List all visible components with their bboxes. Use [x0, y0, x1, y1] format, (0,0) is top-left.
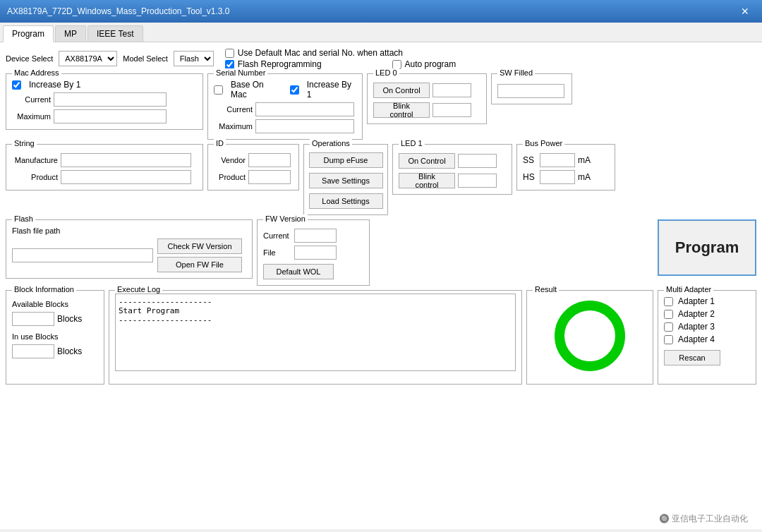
- execute-log-group: Execute Log -------------------- Start P…: [109, 290, 522, 385]
- led0-blink-control-button[interactable]: Blink control: [373, 102, 430, 118]
- string-product-input[interactable]: AX88179A: [61, 170, 191, 184]
- dump-efuse-button[interactable]: Dump eFuse: [309, 152, 383, 168]
- in-use-blocks-input[interactable]: [12, 344, 54, 358]
- string-manufacture-input[interactable]: ASIX: [61, 153, 191, 167]
- operations-group: Operations Dump eFuse Save Settings Load…: [303, 144, 388, 215]
- model-select[interactable]: Flash: [174, 51, 214, 66]
- program-button[interactable]: Program: [658, 219, 756, 276]
- id-title: ID: [214, 139, 226, 147]
- save-settings-button[interactable]: Save Settings: [309, 173, 383, 188]
- default-wol-button[interactable]: Default WOL: [263, 264, 334, 279]
- adapter1-checkbox[interactable]: [664, 297, 673, 306]
- mac-address-title: Mac Address: [12, 68, 61, 77]
- serial-maximum-input[interactable]: FFFFFFFFFFFFFF: [255, 119, 354, 133]
- result-title: Result: [533, 285, 559, 294]
- program-button-container: Program: [643, 219, 756, 276]
- tab-mp[interactable]: MP: [55, 25, 86, 42]
- available-blocks-row: Blocks: [12, 312, 98, 326]
- fw-file-row: File 1.0.6: [263, 246, 363, 260]
- execute-log-title: Execute Log: [115, 285, 162, 294]
- watermark: 🔘 亚信电子工业自动化: [659, 513, 748, 525]
- string-product-row: Product AX88179A: [12, 170, 197, 184]
- serial-number-title: Serial Number: [214, 68, 267, 77]
- flash-reprogramming-check[interactable]: Flash Reprogramming: [225, 59, 322, 69]
- auto-program-checkbox[interactable]: [392, 60, 401, 69]
- led1-group: LED 1 On Control 8000 Blink control 003F: [392, 144, 512, 195]
- fw-current-input[interactable]: 1.0.6: [294, 229, 337, 243]
- flash-group: Flash Flash file path E:\AX88179A_772D_W…: [6, 219, 253, 279]
- adapter2-checkbox[interactable]: [664, 310, 673, 319]
- adapter4-row: Adapter 4: [664, 334, 750, 344]
- mac-current-input[interactable]: 00 - 0E - C6 - 00 - 3A - 4A: [54, 92, 167, 107]
- auto-program-check[interactable]: Auto program: [392, 59, 456, 69]
- tab-ieee-test[interactable]: IEEE Test: [87, 25, 143, 42]
- flash-title: Flash: [12, 214, 35, 223]
- row-3: Flash Flash file path E:\AX88179A_772D_W…: [6, 219, 756, 286]
- tab-program[interactable]: Program: [3, 25, 54, 42]
- bottom-row: Block Information Available Blocks Block…: [6, 290, 756, 385]
- adapter2-row: Adapter 2: [664, 309, 750, 319]
- serial-increase-checkbox[interactable]: [290, 85, 299, 95]
- id-product-input[interactable]: 1790: [248, 170, 291, 184]
- string-title: String: [12, 139, 37, 147]
- bus-power-title: Bus Power: [523, 139, 564, 147]
- multi-adapter-group: Multi Adapter Adapter 1 Adapter 2 Adapte…: [658, 290, 756, 385]
- device-select[interactable]: AX88179A: [59, 51, 117, 66]
- fw-version-title: FW Version: [263, 214, 308, 223]
- bus-power-ss-input[interactable]: 184: [540, 153, 575, 167]
- led0-title: LED 0: [373, 68, 399, 77]
- close-button[interactable]: ✕: [735, 4, 755, 18]
- sw-filled-title: SW Filled: [497, 68, 535, 77]
- led0-on-control-button[interactable]: On Control: [373, 83, 430, 98]
- led1-blink-control-button[interactable]: Blink control: [399, 173, 455, 188]
- mac-increase-checkbox[interactable]: [12, 80, 21, 90]
- device-select-label: Device Select: [6, 54, 53, 63]
- bus-power-ss-row: SS 184 mA: [523, 153, 609, 167]
- flash-file-path-input[interactable]: E:\AX88179A_772D_Windows_Mass_Production…: [12, 248, 153, 262]
- bus-power-hs-input[interactable]: 100: [540, 170, 575, 184]
- adapter1-row: Adapter 1: [664, 296, 750, 306]
- led0-blink-control-input[interactable]: 0000: [433, 103, 471, 117]
- id-vendor-input[interactable]: 0B95: [248, 153, 291, 167]
- led1-title: LED 1: [399, 139, 425, 147]
- block-info-group: Block Information Available Blocks Block…: [6, 290, 104, 385]
- bus-power-group: Bus Power SS 184 mA HS 100 mA: [516, 144, 615, 191]
- fw-current-row: Current 1.0.6: [263, 229, 363, 243]
- id-vendor-row: Vendor 0B95: [214, 153, 293, 167]
- led1-on-control-button[interactable]: On Control: [399, 153, 455, 169]
- sw-filled-input[interactable]: 00000000: [497, 84, 564, 98]
- string-group: String Manufacture ASIX Product AX88179A: [6, 144, 203, 191]
- serial-current-input[interactable]: 000000000000001: [255, 102, 354, 116]
- led1-blink-control-input[interactable]: 003F: [458, 174, 497, 188]
- in-use-blocks-row: Blocks: [12, 344, 98, 358]
- row-1: Mac Address Increase By 1 Current 00 - 0…: [6, 73, 756, 140]
- title-bar: AX88179A_772D_Windows_Mass_Production_To…: [0, 0, 762, 23]
- id-product-row: Product 1790: [214, 170, 293, 184]
- serial-base-on-mac-checkbox[interactable]: [214, 85, 223, 95]
- result-circle-container: [533, 294, 647, 378]
- led0-blink-row: Blink control 0000: [373, 102, 480, 118]
- led1-blink-row: Blink control 003F: [399, 173, 506, 188]
- adapter4-checkbox[interactable]: [664, 335, 673, 344]
- use-default-mac-check[interactable]: Use Default Mac and serial No. when atta…: [225, 48, 456, 58]
- execute-log-textarea[interactable]: -------------------- Start Program -----…: [115, 294, 516, 371]
- main-content: Device Select AX88179A Model Select Flas…: [0, 42, 762, 529]
- string-manufacture-row: Manufacture ASIX: [12, 153, 197, 167]
- rescan-button[interactable]: Rescan: [664, 350, 720, 365]
- tabs-bar: Program MP IEEE Test: [0, 23, 762, 42]
- open-fw-file-button[interactable]: Open FW File: [157, 257, 242, 272]
- led0-on-control-input[interactable]: 8007: [433, 83, 471, 97]
- led0-on-row: On Control 8007: [373, 83, 480, 98]
- serial-maximum-row: Maximum FFFFFFFFFFFFFF: [214, 119, 356, 133]
- bus-power-hs-row: HS 100 mA: [523, 170, 609, 184]
- use-default-mac-checkbox[interactable]: [225, 49, 234, 58]
- adapter3-checkbox[interactable]: [664, 322, 673, 332]
- load-settings-button[interactable]: Load Settings: [309, 193, 383, 209]
- led1-on-control-input[interactable]: 8000: [458, 154, 497, 168]
- available-blocks-input[interactable]: [12, 312, 54, 326]
- mac-maximum-input[interactable]: FF - FF - FF - FF - FF - FF: [54, 109, 167, 123]
- title-bar-text: AX88179A_772D_Windows_Mass_Production_To…: [7, 6, 230, 16]
- fw-file-input[interactable]: 1.0.6: [294, 246, 337, 260]
- check-fw-version-button[interactable]: Check FW Version: [157, 238, 242, 254]
- flash-reprogramming-checkbox[interactable]: [225, 60, 234, 69]
